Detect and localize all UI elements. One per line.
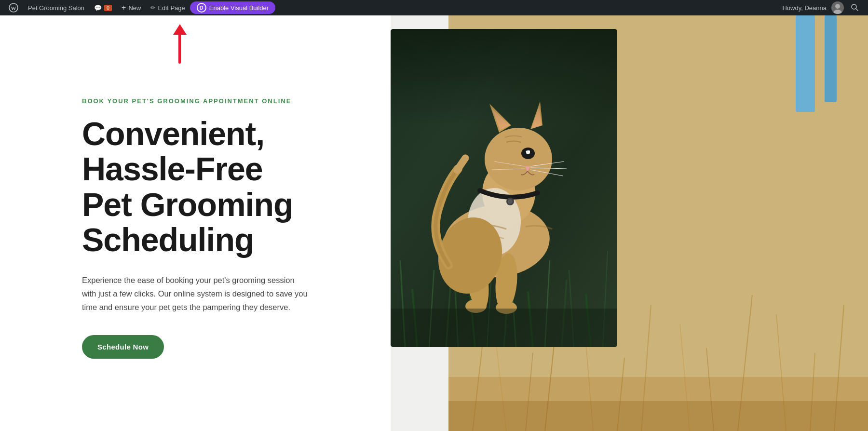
site-name-label: Pet Grooming Salon bbox=[28, 4, 84, 12]
svg-text:W: W bbox=[11, 5, 16, 11]
pencil-icon: ✏ bbox=[150, 4, 155, 11]
hero-subtitle: BOOK YOUR PET'S GROOMING APPOINTMENT ONL… bbox=[82, 97, 362, 105]
svg-rect-10 bbox=[825, 15, 837, 102]
schedule-now-button[interactable]: Schedule Now bbox=[82, 335, 164, 359]
adminbar-right: Howdy, Deanna bbox=[782, 1, 864, 14]
svg-point-65 bbox=[508, 199, 513, 204]
hero-description: Experience the ease of booking your pet'… bbox=[82, 273, 309, 314]
comment-icon: 💬 bbox=[94, 4, 102, 12]
site-name-button[interactable]: Pet Grooming Salon bbox=[23, 0, 89, 15]
plus-icon: + bbox=[122, 3, 126, 12]
page-content: BOOK YOUR PET'S GROOMING APPOINTMENT ONL… bbox=[0, 15, 868, 431]
comment-count-badge: 0 bbox=[104, 5, 112, 11]
svg-rect-9 bbox=[796, 15, 815, 112]
svg-rect-72 bbox=[391, 309, 617, 347]
heading-line4: Scheduling bbox=[82, 221, 254, 258]
search-icon[interactable] bbox=[849, 3, 860, 13]
wp-logo-button[interactable]: W bbox=[4, 0, 23, 15]
hero-right-section bbox=[391, 15, 868, 431]
heading-line3: Pet Grooming bbox=[82, 186, 293, 223]
enable-visual-builder-button[interactable]: D Enable Visual Builder bbox=[190, 1, 275, 14]
arrow-head bbox=[173, 24, 187, 35]
svg-rect-27 bbox=[448, 401, 868, 431]
heading-line1: Convenient, bbox=[82, 115, 264, 152]
enable-visual-label: Enable Visual Builder bbox=[209, 4, 269, 12]
svg-point-56 bbox=[526, 151, 528, 152]
new-label: New bbox=[128, 4, 141, 12]
arrow-indicator bbox=[178, 30, 181, 64]
svg-point-3 bbox=[835, 4, 840, 9]
svg-line-6 bbox=[856, 9, 858, 11]
heading-line2: Hassle-Free bbox=[82, 150, 263, 187]
wp-logo-icon: W bbox=[9, 3, 18, 13]
hero-left-section: BOOK YOUR PET'S GROOMING APPOINTMENT ONL… bbox=[0, 15, 391, 431]
svg-rect-71 bbox=[391, 29, 617, 125]
avatar bbox=[831, 1, 844, 14]
admin-bar: W Pet Grooming Salon 💬 0 + New ✏ Edit Pa… bbox=[0, 0, 868, 15]
svg-point-47 bbox=[485, 128, 552, 190]
comments-button[interactable]: 💬 0 bbox=[89, 0, 117, 15]
new-button[interactable]: + New bbox=[117, 0, 146, 15]
edit-page-label: Edit Page bbox=[158, 4, 185, 12]
arrow-shaft bbox=[178, 30, 181, 64]
edit-page-button[interactable]: ✏ Edit Page bbox=[146, 0, 190, 15]
cat-image-box bbox=[391, 29, 617, 347]
hero-heading: Convenient, Hassle-Free Pet Grooming Sch… bbox=[82, 116, 362, 258]
svg-point-55 bbox=[528, 150, 530, 152]
divi-icon: D bbox=[197, 3, 206, 13]
howdy-text: Howdy, Deanna bbox=[782, 4, 827, 12]
